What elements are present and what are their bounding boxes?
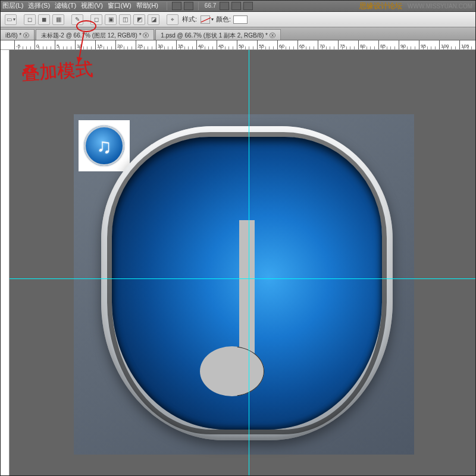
- snap-icon[interactable]: ⌖: [167, 14, 178, 25]
- guide-vertical[interactable]: [249, 50, 249, 476]
- style-swatch-none-icon[interactable]: [201, 15, 210, 24]
- watermark-brand: 思缘设计论坛: [359, 2, 402, 10]
- menu-select[interactable]: 选择(S): [28, 1, 50, 10]
- zoom-dropdown-icon[interactable]: [220, 2, 229, 10]
- menu-view[interactable]: 视图(V): [81, 1, 103, 10]
- separator: [167, 2, 167, 10]
- guide-horizontal[interactable]: [10, 278, 476, 279]
- zoom-level[interactable]: 66.7: [205, 2, 216, 9]
- separator: [198, 2, 199, 10]
- stage: ♫: [0, 50, 476, 476]
- combine-intersect-icon[interactable]: ◩: [133, 14, 145, 25]
- tab-label: 未标题-2 @ 66.7% (图层 12, RGB/8) * ⓧ: [41, 32, 149, 40]
- ruler-horizontal[interactable]: -505101520253035404550556065707580859095…: [0, 40, 476, 50]
- tool-preset-icon[interactable]: ▭: [5, 14, 17, 25]
- style-label: 样式:: [182, 15, 197, 24]
- document-tab[interactable]: 1.psd @ 66.7% (形状 1 副本 2, RGB/8) * ⓧ: [155, 29, 280, 40]
- arrange-dropdown-icon[interactable]: [243, 2, 253, 10]
- options-bar: ▭ ◻ ◼ ▦ ✎ ◻ ▣ ◫ ◩ ◪ ⌖ 样式: ▾ 颜色:: [0, 12, 476, 27]
- annotation-circle: [76, 20, 96, 32]
- music-note-icon: ♫: [96, 134, 112, 158]
- menu-layer[interactable]: 图层(L): [2, 1, 23, 10]
- document-tabbar: iB/8) * ⓧ 未标题-2 @ 66.7% (图层 12, RGB/8) *…: [0, 27, 476, 40]
- workspace-dropdown-icon[interactable]: [184, 2, 193, 10]
- screen-mode-icon[interactable]: [172, 2, 181, 10]
- color-well[interactable]: [233, 15, 248, 24]
- hand-tool-icon[interactable]: [231, 2, 241, 10]
- menu-help[interactable]: 帮助(H): [136, 1, 158, 10]
- combine-subtract-icon[interactable]: ◫: [119, 14, 131, 25]
- ruler-vertical[interactable]: [0, 50, 10, 476]
- itunes-icon: ♫: [84, 126, 124, 166]
- combine-exclude-icon[interactable]: ◪: [148, 14, 159, 25]
- fill-mode-icon[interactable]: ▦: [52, 14, 64, 25]
- annotation-text: 叠加模式: [21, 57, 94, 86]
- color-label: 颜色:: [216, 15, 231, 24]
- menu-window[interactable]: 窗口(W): [108, 1, 131, 10]
- canvas-viewport[interactable]: ♫: [10, 50, 476, 476]
- reference-thumbnail: ♫: [79, 120, 130, 171]
- combine-add-icon[interactable]: ▣: [105, 14, 117, 25]
- tab-label: 1.psd @ 66.7% (形状 1 副本 2, RGB/8) * ⓧ: [161, 32, 275, 40]
- path-mode-icon[interactable]: ◻: [24, 14, 36, 25]
- shape-mode-icon[interactable]: ◼: [38, 14, 50, 25]
- document-tab[interactable]: 未标题-2 @ 66.7% (图层 12, RGB/8) * ⓧ: [36, 29, 154, 40]
- document-tab[interactable]: iB/8) * ⓧ: [0, 29, 35, 40]
- watermark: 思缘设计论坛 WWW.MISSYUAN.COM: [359, 1, 472, 11]
- watermark-url: WWW.MISSYUAN.COM: [408, 3, 472, 10]
- tab-label: iB/8) * ⓧ: [5, 32, 29, 40]
- menu-filter[interactable]: 滤镜(T): [55, 1, 76, 10]
